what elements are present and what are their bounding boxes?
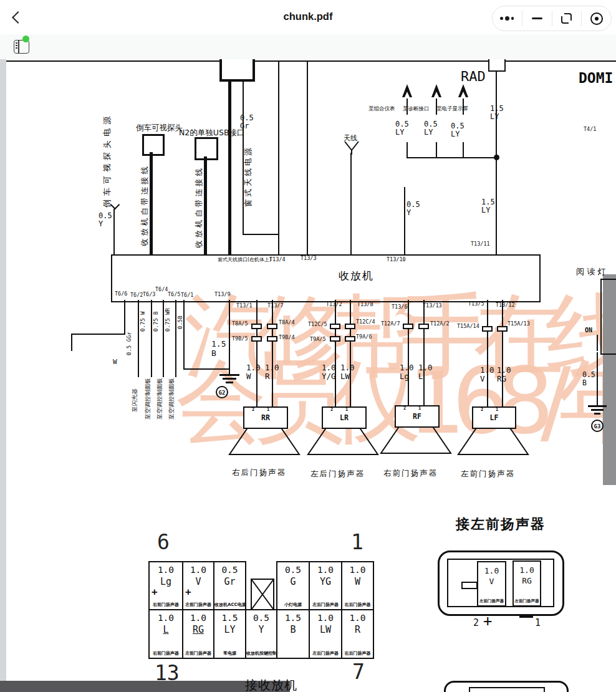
pin-label: T9A/6: [356, 334, 372, 340]
wire-label: 0.5 LY: [395, 120, 409, 137]
inline-connector: [251, 336, 262, 342]
wire-label: 0.5 Y: [407, 201, 420, 218]
speaker-code: LF: [490, 413, 499, 422]
pin-cell: 1.0 R 右后门扬声器: [341, 609, 374, 659]
antenna-icon: [344, 141, 359, 155]
dest-label: 至空调控制面板: [156, 378, 164, 420]
pin-number: 2: [473, 618, 479, 628]
overflow-menu-button[interactable]: [493, 6, 522, 31]
thick-wire: [228, 80, 231, 254]
pin-label: T13/11: [471, 241, 490, 247]
pin-cell: 1.0 LW 左后门扬声器: [309, 609, 342, 659]
pin-label: T4/1: [584, 127, 596, 133]
speaker-cone: [307, 426, 379, 456]
pin-number: 2: [330, 407, 333, 412]
polarity-plus: +: [152, 586, 158, 598]
inline-connector: [330, 336, 340, 342]
pin-label: T12C/5: [308, 322, 327, 328]
to-cluster-label: 至组合仪表: [368, 105, 395, 113]
speaker-cone: [228, 426, 301, 456]
pin-label: T6/2: [130, 292, 143, 299]
cam-power-label: 倒车可视探头电源: [102, 113, 113, 208]
wire-label: 0.75 B: [153, 311, 159, 332]
pin-cell: 1.0 Lg + 右前门扬声器: [148, 561, 183, 610]
pin-label: T12C/4: [356, 319, 375, 325]
usb-label: N2的单独USB接口: [179, 128, 244, 138]
reading-light-box: [600, 279, 616, 355]
pin-label: T13/8: [357, 302, 373, 308]
window-controls: [492, 6, 612, 31]
pin-number: 2: [252, 407, 254, 412]
pin-label: T9B/4: [279, 335, 295, 341]
pin-label: T6/5: [168, 292, 180, 298]
pin-label: T12A/2: [430, 321, 450, 327]
pin-label: T13/10: [387, 257, 406, 263]
partial-connector-inner: [469, 687, 545, 692]
pin-label: T13/9: [214, 292, 231, 298]
speaker-lr: LR: [322, 406, 367, 429]
pin-label: T6/3: [143, 292, 155, 298]
ground-g3: G3: [591, 420, 604, 432]
radio-title: 收放机: [339, 269, 374, 283]
pdf-viewer-window: chunk.pdf 1 / 1 −: [0, 0, 616, 692]
to-diagnostic-label: 至诊断接口: [403, 105, 430, 113]
speaker-caption: 右后门扬声器: [232, 468, 286, 478]
pin-corner-number: 7: [352, 660, 365, 684]
dest-label: 至闪光器: [131, 388, 139, 412]
inline-connector: [345, 324, 355, 329]
dome-label: DOMI: [579, 70, 613, 87]
pin-cell: 1.5 B: [276, 609, 310, 659]
collector-line: [407, 157, 498, 158]
cam-label: 倒车可视探头: [136, 123, 183, 133]
dest-label: 至空调控制面板: [144, 378, 152, 420]
rad-label: RAD: [461, 69, 486, 85]
pin-cell: 0.5 G 小灯电源: [276, 561, 310, 610]
pin-cell: 0.5 Gr 收放机ACC电源: [213, 561, 246, 610]
pin-corner-number: 1: [351, 530, 363, 554]
dest-label: 至空调控制面板: [168, 378, 176, 420]
wire-label: 0.5 Y: [99, 212, 112, 229]
pin-cell: 1.0 YG 左后门扬声器: [309, 561, 342, 610]
ground-g2: G2: [216, 386, 228, 398]
fullscreen-icon: [561, 13, 572, 24]
wire-label: 0.5 Gr: [240, 114, 254, 131]
antenna-connector-box: [219, 59, 255, 82]
record-icon: [590, 12, 603, 25]
record-button[interactable]: [582, 6, 611, 31]
gr-wire-bend: [243, 234, 279, 235]
cam-power-wire: [113, 209, 115, 254]
pin-label: T8A/5: [232, 321, 248, 327]
blocked-pin-x: [251, 579, 274, 610]
inline-connector: [251, 324, 262, 329]
page-gutter: [0, 59, 6, 692]
wire-label: 0.5 LY: [424, 120, 438, 137]
pin-cell: 1.0 RG 左前门扬声器: [182, 609, 214, 659]
speaker-code: RF: [413, 412, 421, 421]
wire-label: 1.0 LW: [340, 363, 355, 381]
pin-label: T6/4: [155, 287, 168, 293]
inline-connector: [267, 336, 277, 342]
pin-label: T12A/7: [381, 321, 400, 327]
wire-label: 0.5 GGr: [126, 332, 132, 355]
pdf-page-canvas[interactable]: 汽修帮手在线 会员仅168/年 倒车可视探头电源 0.5 Y 倒车可视探头 收放…: [0, 59, 616, 692]
minimize-button[interactable]: [522, 6, 552, 31]
cam-box: [142, 134, 165, 156]
speaker-caption: 左后门扬声器: [310, 469, 365, 479]
pin-number: 1: [535, 618, 541, 628]
to-display-label: 至电子显示屏: [436, 105, 468, 113]
polarity-plus: +: [483, 613, 492, 630]
pdf-toolbar: [0, 34, 616, 60]
wire-label: 1.0 Y/G: [322, 363, 336, 381]
pin-label: T6/1: [181, 292, 193, 299]
title-bar: chunk.pdf: [0, 0, 616, 34]
inline-connector: [330, 324, 340, 329]
pin-cell: 1.0 L 右前门扬声器: [148, 609, 183, 659]
pin-number: 1: [345, 407, 348, 412]
t13-4-wire: [278, 60, 279, 254]
pin-label: T9A/5: [310, 337, 326, 343]
speaker-rr: RR: [243, 406, 288, 429]
frame-line: [6, 60, 616, 62]
pin-label: T13/1: [236, 303, 253, 309]
rad-fuse-box: [488, 59, 506, 72]
fullscreen-button[interactable]: [552, 6, 582, 31]
